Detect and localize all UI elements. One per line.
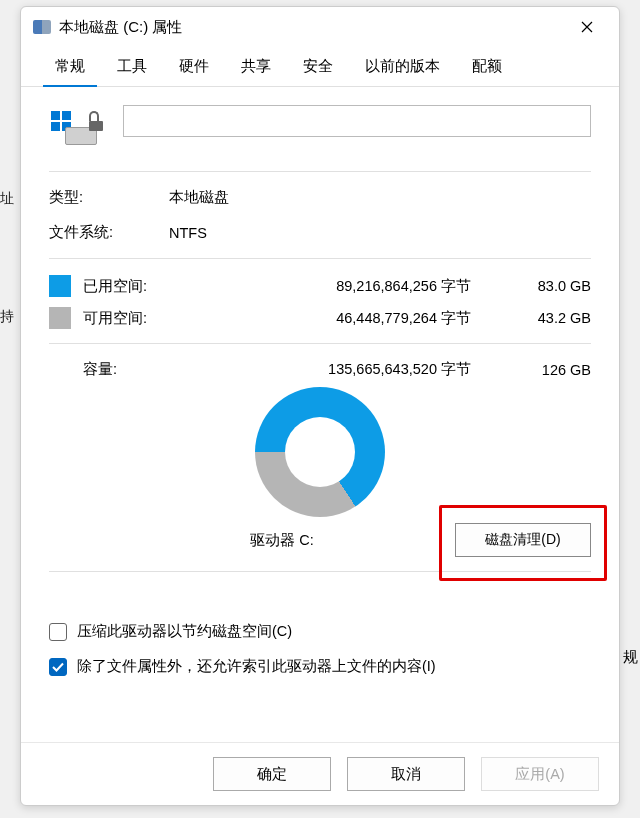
tab-tools[interactable]: 工具 xyxy=(101,47,163,86)
lock-icon xyxy=(89,115,103,131)
titlebar: 本地磁盘 (C:) 属性 xyxy=(21,7,619,47)
dialog-footer: 确定 取消 应用(A) xyxy=(21,742,619,805)
drive-icon xyxy=(33,20,51,34)
checkmark-icon xyxy=(52,662,64,672)
tab-strip: 常规 工具 硬件 共享 安全 以前的版本 配额 xyxy=(21,47,619,87)
disk-cleanup-button[interactable]: 磁盘清理(D) xyxy=(455,523,591,557)
compress-checkbox-label: 压缩此驱动器以节约磁盘空间(C) xyxy=(77,622,292,641)
capacity-gb: 126 GB xyxy=(511,362,591,378)
tab-sharing[interactable]: 共享 xyxy=(225,47,287,86)
close-button[interactable] xyxy=(567,12,607,42)
used-space-gb: 83.0 GB xyxy=(511,278,591,294)
compress-checkbox[interactable] xyxy=(49,623,67,641)
free-space-swatch xyxy=(49,307,71,329)
close-icon xyxy=(581,21,593,33)
background-page-fragment-right: 规 xyxy=(623,648,638,667)
free-space-bytes: 46,448,779,264 字节 xyxy=(179,309,511,328)
tab-security[interactable]: 安全 xyxy=(287,47,349,86)
properties-dialog: 本地磁盘 (C:) 属性 常规 工具 硬件 共享 安全 以前的版本 配额 类型:… xyxy=(20,6,620,806)
usage-donut-chart xyxy=(255,387,385,517)
used-space-label: 已用空间: xyxy=(83,277,179,296)
tab-hardware[interactable]: 硬件 xyxy=(163,47,225,86)
type-label: 类型: xyxy=(49,188,169,207)
free-space-gb: 43.2 GB xyxy=(511,310,591,326)
used-space-bytes: 89,216,864,256 字节 xyxy=(179,277,511,296)
window-title: 本地磁盘 (C:) 属性 xyxy=(59,18,567,37)
filesystem-label: 文件系统: xyxy=(49,223,169,242)
background-page-fragment: 址持 xyxy=(0,90,14,420)
divider xyxy=(49,258,591,259)
type-value: 本地磁盘 xyxy=(169,188,591,207)
index-checkbox-label: 除了文件属性外，还允许索引此驱动器上文件的内容(I) xyxy=(77,657,436,676)
cancel-button[interactable]: 取消 xyxy=(347,757,465,791)
divider xyxy=(49,343,591,344)
index-checkbox[interactable] xyxy=(49,658,67,676)
capacity-bytes: 135,665,643,520 字节 xyxy=(179,360,511,379)
tab-previous-versions[interactable]: 以前的版本 xyxy=(349,47,456,86)
tabpanel-general: 类型: 本地磁盘 文件系统: NTFS 已用空间: 89,216,864,256… xyxy=(21,87,619,742)
free-space-label: 可用空间: xyxy=(83,309,179,328)
ok-button[interactable]: 确定 xyxy=(213,757,331,791)
apply-button[interactable]: 应用(A) xyxy=(481,757,599,791)
divider xyxy=(49,171,591,172)
filesystem-value: NTFS xyxy=(169,225,591,241)
drive-name-input[interactable] xyxy=(123,105,591,137)
capacity-label: 容量: xyxy=(49,360,179,379)
drive-large-icon xyxy=(49,109,105,151)
divider xyxy=(49,571,591,572)
tab-general[interactable]: 常规 xyxy=(39,47,101,86)
tab-quota[interactable]: 配额 xyxy=(456,47,518,86)
drive-letter-label: 驱动器 C: xyxy=(49,531,455,550)
used-space-swatch xyxy=(49,275,71,297)
